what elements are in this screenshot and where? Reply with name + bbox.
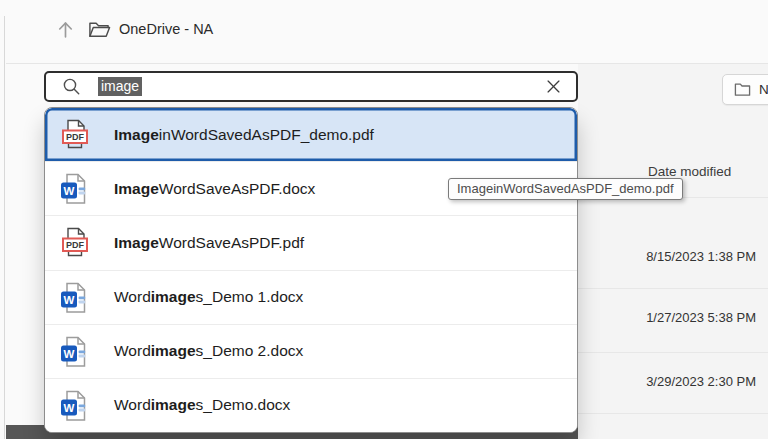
svg-text:W: W [64,293,75,305]
search-icon [62,77,81,96]
suggestion-item[interactable]: PDF ImageWordSaveAsPDF.pdf [45,215,577,269]
filename-tooltip: ImageinWordSavedAsPDF_demo.pdf [448,178,683,200]
open-folder-icon [88,20,111,39]
list-separator [578,352,768,353]
suggestion-item[interactable]: W Wordimages_Demo 1.docx [45,270,577,324]
folder-icon [734,82,751,97]
list-separator [578,288,768,289]
file-list-pane: Date modified 8/15/2023 1:38 PM 1/27/202… [578,64,768,439]
svg-text:PDF: PDF [66,241,85,251]
word-file-icon: W [60,335,90,368]
svg-text:W: W [64,347,75,359]
svg-text:W: W [64,402,75,414]
suggestion-filename: Wordimages_Demo 2.docx [114,342,303,360]
suggestion-filename: ImageWordSaveAsPDF.docx [114,180,315,198]
svg-text:W: W [64,185,75,197]
clear-search-button[interactable] [543,77,563,97]
search-input-selected-text: image [98,77,142,96]
new-button-label: N [759,82,768,97]
word-file-icon: W [60,172,90,205]
suggestion-item[interactable]: W Wordimages_Demo.docx [45,378,577,432]
word-file-icon: W [60,281,90,314]
date-modified-cell: 8/15/2023 1:38 PM [646,249,756,264]
breadcrumb-location[interactable]: OneDrive - NA [119,21,213,37]
word-file-icon: W [60,389,90,422]
suggestion-filename: Wordimages_Demo.docx [114,396,290,414]
pdf-file-icon: PDF [60,226,90,259]
suggestion-filename: ImageinWordSavedAsPDF_demo.pdf [114,126,374,144]
search-input[interactable]: image [44,71,578,102]
new-folder-button[interactable]: N [722,74,768,105]
search-suggestions-dropdown: PDF ImageinWordSavedAsPDF_demo.pdf W Ima… [44,107,578,433]
svg-text:PDF: PDF [66,132,85,142]
suggestion-item[interactable]: PDF ImageinWordSavedAsPDF_demo.pdf [45,108,577,161]
column-header-date-modified[interactable]: Date modified [648,164,731,179]
suggestion-item[interactable]: W Wordimages_Demo 2.docx [45,324,577,378]
date-modified-cell: 1/27/2023 5:38 PM [646,310,756,325]
suggestion-filename: ImageWordSaveAsPDF.pdf [114,234,304,252]
up-arrow-icon [55,19,76,40]
breadcrumb: OneDrive - NA [52,14,213,44]
list-separator [578,413,768,414]
pdf-file-icon: PDF [60,118,90,151]
navigate-up-button[interactable] [52,16,78,42]
window-left-edge [4,16,5,439]
suggestion-filename: Wordimages_Demo 1.docx [114,288,303,306]
date-modified-cell: 3/29/2023 2:30 PM [646,374,756,389]
